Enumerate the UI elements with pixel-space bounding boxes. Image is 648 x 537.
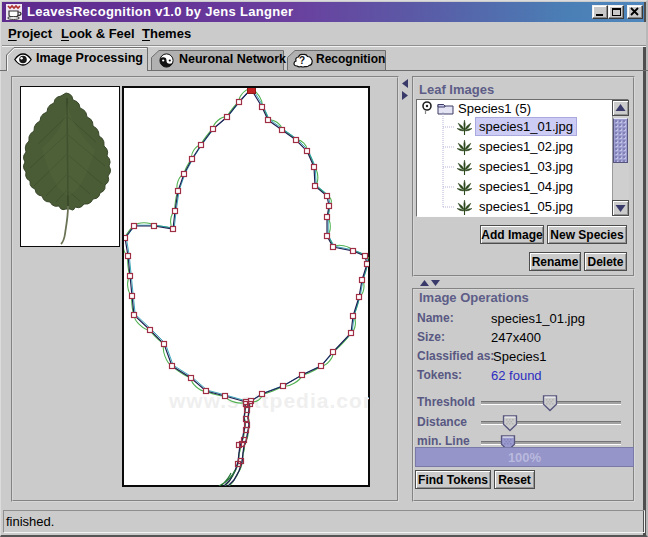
- svg-text:?: ?: [299, 55, 305, 66]
